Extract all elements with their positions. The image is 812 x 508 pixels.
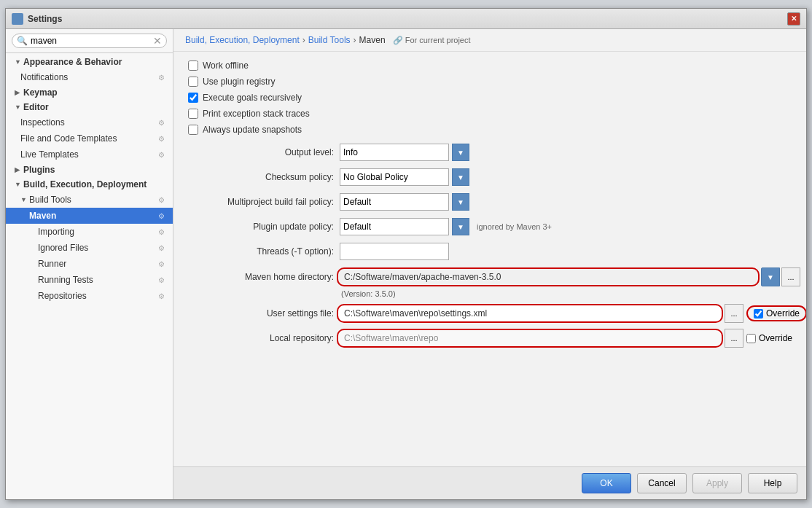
user-settings-override-label[interactable]: Override	[766, 308, 800, 319]
local-repo-browse-btn[interactable]: ...	[725, 329, 743, 348]
print-exception-row: Print exception stack traces	[188, 109, 792, 119]
plugin-update-select[interactable]: Default	[340, 218, 449, 235]
multiproject-dropdown-btn[interactable]: ▼	[452, 193, 469, 211]
breadcrumb-note: 🔗 For current project	[393, 36, 471, 45]
plugin-update-dropdown-btn[interactable]: ▼	[452, 218, 469, 235]
user-settings-input[interactable]	[337, 304, 723, 323]
sidebar-item-importing[interactable]: Importing ⚙	[6, 224, 173, 240]
checksum-policy-label: Checksum policy:	[188, 172, 334, 182]
output-level-row: Output level: Info ▼	[188, 144, 792, 161]
sidebar-item-label: Appearance & Behavior	[23, 57, 122, 67]
sidebar: 🔍 ✕ ▼ Appearance & Behavior Notification…	[6, 29, 173, 499]
always-update-label[interactable]: Always update snapshots	[203, 125, 302, 135]
help-button[interactable]: Help	[748, 473, 797, 493]
local-repo-input[interactable]	[337, 329, 723, 348]
work-offline-checkbox[interactable]	[188, 60, 198, 71]
settings-window: Settings ✕ 🔍 ✕ ▼ Appearance & Behavior	[5, 8, 807, 500]
output-level-dropdown-btn[interactable]: ▼	[452, 144, 469, 161]
output-level-select[interactable]: Info	[340, 144, 449, 161]
plugin-update-label: Plugin update policy:	[188, 222, 334, 232]
always-update-checkbox[interactable]	[188, 125, 198, 135]
always-update-row: Always update snapshots	[188, 125, 792, 135]
multiproject-control: Default ▼	[340, 193, 469, 211]
plugin-registry-label[interactable]: Use plugin registry	[203, 77, 275, 87]
maven-home-dropdown-btn[interactable]: ▼	[761, 267, 780, 286]
sidebar-item-label: Running Tests	[38, 275, 93, 285]
execute-goals-checkbox[interactable]	[188, 93, 198, 103]
search-clear-icon[interactable]: ✕	[153, 36, 162, 46]
sidebar-item-plugins[interactable]: ▶ Plugins	[6, 163, 173, 177]
apply-button[interactable]: Apply	[692, 473, 742, 493]
app-icon	[12, 13, 23, 25]
sidebar-item-file-code-templates[interactable]: File and Code Templates ⚙	[6, 130, 173, 146]
plugin-update-note: ignored by Maven 3+	[477, 222, 552, 231]
content-area: 🔍 ✕ ▼ Appearance & Behavior Notification…	[6, 29, 806, 499]
search-icon: 🔍	[17, 36, 28, 46]
nav-icon: ⚙	[155, 274, 167, 286]
maven-home-input[interactable]	[337, 267, 760, 286]
breadcrumb: Build, Execution, Deployment › Build Too…	[173, 29, 806, 52]
sidebar-item-keymap[interactable]: ▶ Keymap	[6, 85, 173, 100]
local-repo-override-checkbox[interactable]	[746, 334, 756, 343]
search-bar: 🔍 ✕	[6, 29, 173, 53]
nav-icon: ⚙	[155, 226, 167, 238]
maven-home-browse-btn[interactable]: ...	[781, 267, 800, 286]
checksum-policy-select[interactable]: No Global Policy	[340, 168, 449, 186]
sidebar-item-label: Runner	[38, 259, 66, 269]
sidebar-item-appearance[interactable]: ▼ Appearance & Behavior	[6, 55, 173, 69]
checksum-policy-control: No Global Policy ▼	[340, 168, 469, 186]
threads-input[interactable]	[340, 243, 449, 260]
sidebar-item-label: Live Templates	[20, 149, 79, 160]
expand-icon: ▼	[15, 103, 22, 111]
multiproject-row: Multiproject build fail policy: Default …	[188, 193, 792, 211]
threads-control	[340, 243, 449, 260]
plugin-registry-checkbox[interactable]	[188, 77, 198, 87]
maven-home-label: Maven home directory:	[188, 272, 334, 282]
cancel-button[interactable]: Cancel	[637, 473, 687, 493]
breadcrumb-maven: Maven	[359, 35, 386, 45]
threads-label: Threads (-T option):	[188, 246, 334, 257]
work-offline-label[interactable]: Work offline	[203, 60, 249, 71]
checksum-policy-row: Checksum policy: No Global Policy ▼	[188, 168, 792, 186]
breadcrumb-build-tools[interactable]: Build Tools	[308, 35, 351, 45]
window-title: Settings	[28, 14, 62, 24]
sidebar-item-ignored-files[interactable]: Ignored Files ⚙	[6, 240, 173, 256]
user-settings-override-wrap: Override	[746, 305, 806, 321]
plugin-update-row: Plugin update policy: Default ▼ ignored …	[188, 218, 792, 235]
sidebar-item-label: Repositories	[38, 291, 87, 301]
execute-goals-label[interactable]: Execute goals recursively	[203, 93, 302, 103]
sidebar-item-live-templates[interactable]: Live Templates ⚙	[6, 146, 173, 163]
local-repo-override-label[interactable]: Override	[759, 333, 792, 343]
multiproject-select[interactable]: Default	[340, 193, 449, 211]
maven-home-row: Maven home directory: ▼ ...	[188, 267, 792, 286]
nav-icon: ⚙	[155, 210, 167, 222]
sidebar-item-runner[interactable]: Runner ⚙	[6, 256, 173, 272]
user-settings-control: ... Override	[337, 304, 806, 323]
sidebar-item-running-tests[interactable]: Running Tests ⚙	[6, 272, 173, 288]
expand-icon: ▶	[15, 166, 22, 173]
title-bar-left: Settings	[12, 13, 62, 25]
sidebar-item-inspections[interactable]: Inspections ⚙	[6, 114, 173, 130]
sidebar-item-build-exec[interactable]: ▼ Build, Execution, Deployment	[6, 177, 173, 192]
search-wrap: 🔍 ✕	[12, 34, 167, 48]
sidebar-item-repositories[interactable]: Repositories ⚙	[6, 288, 173, 304]
expand-icon: ▼	[15, 58, 22, 66]
sidebar-item-maven[interactable]: Maven ⚙	[6, 208, 173, 224]
close-button[interactable]: ✕	[787, 12, 800, 26]
sidebar-item-label: Build, Execution, Deployment	[23, 179, 147, 189]
user-settings-override-checkbox[interactable]	[754, 309, 763, 319]
print-exception-checkbox[interactable]	[188, 109, 198, 119]
checksum-policy-dropdown-btn[interactable]: ▼	[452, 168, 469, 186]
sidebar-item-notifications[interactable]: Notifications ⚙	[6, 69, 173, 85]
nav-icon: ⚙	[155, 258, 167, 270]
sidebar-item-editor[interactable]: ▼ Editor	[6, 100, 173, 114]
print-exception-label[interactable]: Print exception stack traces	[203, 109, 310, 119]
breadcrumb-build-exec[interactable]: Build, Execution, Deployment	[185, 35, 300, 45]
search-input[interactable]	[31, 36, 150, 46]
sidebar-item-build-tools[interactable]: ▼ Build Tools ⚙	[6, 192, 173, 208]
sidebar-item-label: Importing	[38, 227, 74, 237]
user-settings-browse-btn[interactable]: ...	[725, 304, 743, 323]
ok-button[interactable]: OK	[582, 473, 631, 493]
execute-goals-row: Execute goals recursively	[188, 93, 792, 103]
nav-icon: ⚙	[155, 117, 167, 128]
